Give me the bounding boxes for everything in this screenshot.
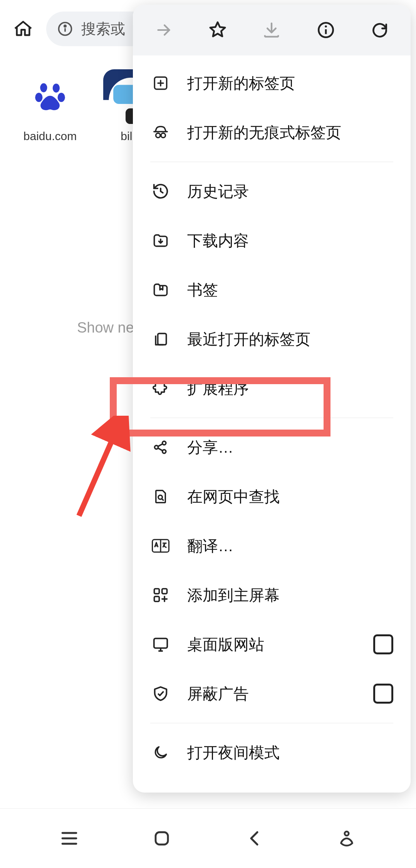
info-icon (56, 20, 74, 38)
bookmark-button[interactable] (200, 13, 235, 47)
menu-item-label: 桌面版网站 (187, 634, 264, 655)
browser-menu: 打开新的标签页 打开新的无痕式标签页 历史记录 下载内容 书签 (133, 5, 411, 793)
svg-line-37 (79, 423, 119, 516)
menu-item-recent-tabs[interactable]: 最近打开的标签页 (133, 314, 411, 364)
bookmarks-icon (150, 279, 171, 300)
menu-item-bookmarks[interactable]: 书签 (133, 265, 411, 314)
menu-item-label: 下载内容 (187, 230, 249, 251)
add-to-home-icon (150, 585, 171, 605)
svg-point-6 (58, 92, 65, 102)
menu-item-downloads[interactable]: 下载内容 (133, 216, 411, 265)
menu-toolbar (133, 5, 411, 55)
menu-item-night-mode[interactable]: 打开夜间模式 (133, 728, 411, 777)
nav-assistant-icon (337, 829, 356, 848)
menu-item-desktop-site[interactable]: 桌面版网站 (133, 620, 411, 669)
menu-item-block-ads[interactable]: 屏蔽广告 (133, 669, 411, 718)
annotation-arrow (65, 416, 143, 523)
svg-point-22 (163, 450, 166, 453)
svg-line-26 (162, 499, 164, 500)
svg-point-18 (161, 133, 166, 138)
menu-item-label: 打开新的标签页 (187, 73, 295, 94)
svg-point-3 (40, 83, 47, 92)
svg-rect-30 (162, 589, 167, 594)
menu-item-translate[interactable]: 翻译… (133, 521, 411, 570)
menu-item-label: 添加到主屏幕 (187, 585, 280, 606)
downloads-icon (150, 230, 171, 251)
menu-item-label: 屏蔽广告 (187, 683, 249, 704)
nav-home-button[interactable] (144, 821, 179, 856)
menu-item-incognito-tab[interactable]: 打开新的无痕式标签页 (133, 108, 411, 157)
block-ads-checkbox[interactable] (373, 684, 393, 704)
menu-body: 打开新的标签页 打开新的无痕式标签页 历史记录 下载内容 书签 (133, 55, 411, 793)
desktop-site-icon (150, 634, 171, 655)
share-icon (150, 437, 171, 458)
menu-item-add-to-home[interactable]: 添加到主屏幕 (133, 570, 411, 620)
nav-home-icon (153, 829, 171, 848)
menu-item-label: 打开夜间模式 (187, 742, 280, 763)
nav-assistant-button[interactable] (329, 821, 364, 856)
menu-item-share[interactable]: 分享… (133, 423, 411, 472)
forward-button[interactable] (146, 13, 181, 47)
translate-icon (150, 535, 171, 556)
svg-point-20 (154, 445, 158, 449)
svg-point-42 (345, 831, 349, 835)
night-mode-icon (150, 742, 171, 763)
nav-back-icon (247, 829, 262, 848)
baidu-icon (22, 69, 78, 125)
history-icon (150, 181, 171, 202)
info-icon (316, 20, 335, 40)
address-bar-text: 搜索或 (81, 19, 125, 39)
svg-line-23 (158, 444, 163, 447)
desktop-site-checkbox[interactable] (373, 634, 393, 654)
svg-rect-41 (156, 832, 168, 845)
find-icon (150, 486, 171, 507)
menu-item-find-in-page[interactable]: 在网页中查找 (133, 472, 411, 521)
svg-point-13 (325, 25, 327, 27)
menu-separator (150, 162, 393, 162)
menu-item-label: 书签 (187, 279, 218, 301)
show-news-text: Show ne (77, 319, 134, 336)
svg-line-24 (158, 448, 163, 451)
svg-point-4 (53, 84, 60, 92)
nav-back-button[interactable] (237, 821, 272, 856)
svg-point-5 (35, 92, 42, 102)
svg-point-25 (158, 495, 163, 500)
download-button[interactable] (254, 13, 289, 47)
menu-item-label: 翻译… (187, 535, 233, 557)
menu-item-label: 分享… (187, 437, 233, 458)
forward-icon (154, 20, 173, 40)
nav-recent-button[interactable] (52, 821, 87, 856)
svg-rect-34 (154, 639, 168, 648)
menu-item-label: 历史记录 (187, 181, 249, 202)
reload-button[interactable] (362, 13, 397, 47)
menu-separator (150, 418, 393, 418)
menu-item-label: 最近打开的标签页 (187, 329, 310, 350)
page-info-button[interactable] (309, 13, 343, 47)
star-icon (207, 20, 228, 40)
incognito-icon (150, 122, 171, 143)
extensions-icon (150, 378, 171, 399)
block-ads-icon (150, 683, 171, 704)
svg-rect-31 (154, 597, 159, 602)
recent-tabs-icon (150, 329, 171, 350)
menu-item-label: 扩展程序 (187, 378, 249, 399)
reload-icon (370, 20, 389, 40)
svg-point-17 (156, 133, 161, 138)
menu-item-label: 在网页中查找 (187, 486, 280, 507)
home-icon (12, 18, 34, 40)
menu-item-history[interactable]: 历史记录 (133, 167, 411, 216)
menu-item-label: 打开新的无痕式标签页 (187, 122, 341, 143)
download-icon (262, 20, 282, 40)
new-tab-icon (150, 73, 171, 94)
svg-rect-19 (158, 333, 166, 345)
speed-dial-tile-baidu[interactable]: baidu.com (12, 69, 89, 143)
svg-rect-29 (154, 589, 159, 594)
menu-item-new-tab[interactable]: 打开新的标签页 (133, 59, 411, 108)
speed-dial-label: baidu.com (23, 130, 77, 143)
menu-item-extensions[interactable]: 扩展程序 (133, 364, 411, 413)
nav-recent-icon (60, 831, 79, 846)
svg-point-2 (64, 25, 66, 27)
svg-point-21 (163, 441, 166, 445)
home-button[interactable] (8, 13, 39, 44)
system-nav-bar (0, 808, 416, 868)
